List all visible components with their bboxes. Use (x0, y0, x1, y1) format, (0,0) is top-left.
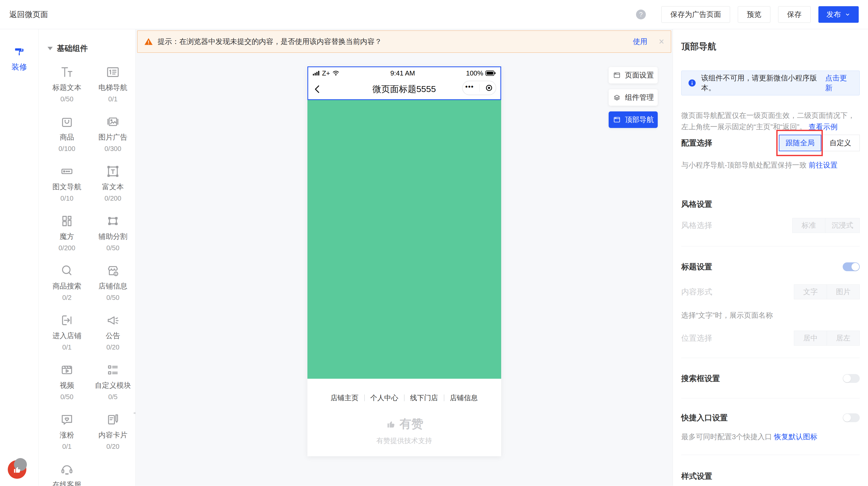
float-button-component-manage[interactable]: 组件管理 (609, 89, 658, 106)
float-button-page-settings[interactable]: 页面设置 (609, 67, 658, 84)
footer-link-personal-center[interactable]: 个人中心 (370, 393, 398, 402)
banner-use-link[interactable]: 使用 (633, 37, 647, 47)
component-item-rich-text[interactable]: 富文本0/200 (90, 162, 135, 212)
component-count: 0/100 (58, 145, 75, 153)
collapse-triangle-icon (48, 47, 53, 50)
save-button[interactable]: 保存 (778, 6, 811, 23)
quick-entry-toggle[interactable] (843, 413, 860, 422)
component-item-content-card[interactable]: 内容卡片0/20 (90, 410, 135, 460)
component-item-image-ad[interactable]: 图片广告0/300 (90, 113, 135, 162)
footer-link-offline-store[interactable]: 线下门店 (410, 393, 438, 402)
title-text-icon (59, 65, 74, 80)
component-item-title-text[interactable]: 标题文本0/50 (44, 63, 90, 113)
component-count: 0/5 (108, 393, 118, 401)
feedback-float-button[interactable] (8, 460, 26, 479)
phone-preview: Z+ 9:41 AM 100% 微页面标题5555 ••• (307, 66, 501, 456)
component-count: 0/50 (60, 95, 74, 103)
float-button-top-nav[interactable]: 顶部导航 (609, 111, 658, 128)
banner-close-icon[interactable]: × (659, 37, 664, 46)
thumb-up-icon (385, 418, 397, 430)
component-item-goods-search[interactable]: 商品搜索0/2 (44, 262, 90, 311)
back-chevron-icon[interactable] (313, 85, 321, 93)
back-to-micropage-link[interactable]: 返回微页面 (9, 9, 48, 20)
component-count: 0/50 (60, 393, 74, 401)
position-select-label: 位置选择 (681, 333, 712, 344)
canvas-float-buttons: 页面设置组件管理顶部导航 (609, 67, 658, 134)
option-text: 文字 (794, 284, 827, 299)
float-button-label: 顶部导航 (625, 115, 654, 124)
restore-default-icons-link[interactable]: 恢复默认图标 (774, 433, 817, 441)
position-select-row: 位置选择 居中 居左 (681, 331, 860, 346)
info-icon (688, 79, 696, 87)
thumb-up-icon (12, 464, 22, 475)
style-settings-title: 样式设置 (681, 471, 860, 482)
component-item-divider-split[interactable]: 辅助分割0/50 (90, 212, 135, 262)
style-select-control: 标准 沉浸式 (792, 218, 860, 233)
capsule-more-icon[interactable]: ••• (465, 87, 474, 89)
publish-label: 发布 (827, 9, 841, 19)
rail-item-decorate[interactable]: 装修 (0, 46, 38, 73)
brand-name: 有赞 (400, 416, 424, 432)
section-divider (681, 358, 860, 358)
component-item-online-service[interactable]: 在线客服 (44, 460, 90, 486)
component-item-goods[interactable]: 商品0/100 (44, 113, 90, 162)
component-label: 公告 (106, 331, 120, 341)
component-item-enter-shop[interactable]: 进入店铺0/1 (44, 311, 90, 361)
option-custom[interactable]: 自定义 (821, 135, 860, 151)
view-example-link[interactable]: 查看示例 (809, 123, 838, 131)
help-icon[interactable]: ? (636, 9, 646, 19)
content-form-helper: 选择“文字”时，展示页面名称 (681, 311, 860, 320)
component-label: 涨粉 (60, 430, 74, 440)
component-count: 0/50 (106, 294, 120, 302)
component-item-custom-module[interactable]: 自定义模块0/5 (90, 361, 135, 410)
footer-link-shop-home[interactable]: 店铺主页 (331, 393, 359, 402)
panel-title: 顶部导航 (681, 40, 860, 52)
phone-top-nav-selected[interactable]: Z+ 9:41 AM 100% 微页面标题5555 ••• (307, 66, 501, 100)
footer-link-shop-info[interactable]: 店铺信息 (450, 393, 478, 402)
component-label: 商品 (60, 132, 74, 142)
component-label: 富文本 (102, 182, 124, 192)
pic-nav-icon (59, 164, 74, 179)
title-setting-label: 标题设置 (681, 262, 712, 272)
component-label: 电梯导航 (98, 83, 127, 92)
capsule-target-icon[interactable] (485, 84, 493, 92)
config-select-row: 配置选择 跟随全局 自定义 (681, 135, 860, 151)
divider-split-icon (105, 213, 120, 229)
component-item-elevator-nav[interactable]: 电梯导航0/1 (90, 63, 135, 113)
component-item-cube[interactable]: 魔方0/200 (44, 212, 90, 262)
quick-entry-row: 快捷入口设置 (681, 412, 860, 424)
quick-entry-helper-text: 最多可同时配置3个快捷入口 (681, 433, 772, 441)
micro-page-editor: 返回微页面 ? 保存为广告页面 预览 保存 发布 装修 基础组件 标题文本0/5… (0, 0, 868, 486)
battery-icon (486, 70, 496, 76)
enter-shop-icon (59, 313, 74, 328)
save-as-ad-page-button[interactable]: 保存为广告页面 (661, 6, 730, 23)
component-item-fans[interactable]: 涨粉0/1 (44, 410, 90, 460)
component-label: 商品搜索 (53, 281, 82, 291)
nav-description: 微页面导航配置仅在一级页面生效，二级页面情况下，左上角统一展示固定的“主页”和“… (681, 110, 860, 133)
goods-icon (59, 114, 74, 129)
phone-nav-bar: 微页面标题5555 ••• (308, 79, 500, 99)
update-link[interactable]: 点击更新 (825, 73, 853, 93)
search-box-toggle[interactable] (843, 374, 860, 383)
component-label: 标题文本 (53, 83, 82, 92)
component-panel: 基础组件 标题文本0/50电梯导航0/1商品0/100图片广告0/300图文导航… (39, 29, 135, 486)
preview-button[interactable]: 预览 (738, 6, 770, 23)
component-count: 0/1 (62, 343, 71, 351)
component-group-title: 基础组件 (57, 43, 88, 54)
go-to-settings-link[interactable]: 前往设置 (809, 161, 838, 169)
component-item-video[interactable]: 视频0/50 (44, 361, 90, 410)
float-button-label: 组件管理 (625, 92, 654, 103)
component-item-notice[interactable]: 公告0/20 (90, 311, 135, 361)
component-item-shop-info[interactable]: 店铺信息0/50 (90, 262, 135, 311)
option-immersive: 沉浸式 (825, 218, 860, 233)
publish-button[interactable]: 发布 (818, 6, 859, 23)
component-item-pic-nav[interactable]: 图文导航0/10 (44, 162, 90, 212)
component-count: 0/1 (108, 95, 118, 103)
option-follow-global[interactable]: 跟随全局 (779, 135, 821, 151)
page-content-placeholder[interactable] (307, 100, 501, 379)
fans-icon (59, 412, 74, 427)
component-label: 辅助分割 (98, 232, 127, 241)
component-count: 0/20 (106, 343, 120, 351)
component-label: 内容卡片 (98, 430, 127, 440)
component-group-header[interactable]: 基础组件 (48, 43, 135, 54)
